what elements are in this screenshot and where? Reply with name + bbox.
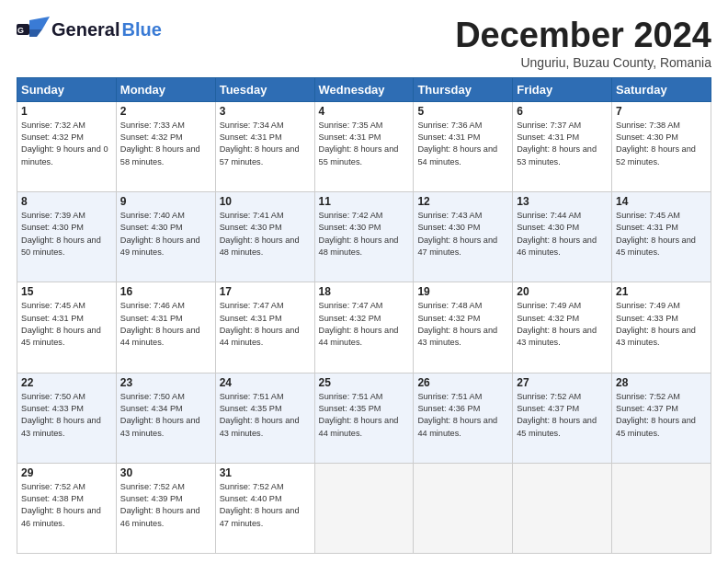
- day-number: 15: [21, 285, 112, 298]
- table-row: 21Sunrise: 7:49 AM Sunset: 4:33 PM Dayli…: [612, 282, 711, 373]
- day-number: 3: [220, 105, 311, 118]
- svg-marker-2: [29, 17, 50, 29]
- table-row: 5Sunrise: 7:36 AM Sunset: 4:31 PM Daylig…: [414, 101, 513, 191]
- table-row: 8Sunrise: 7:39 AM Sunset: 4:30 PM Daylig…: [17, 192, 117, 282]
- table-row: 20Sunrise: 7:49 AM Sunset: 4:32 PM Dayli…: [513, 282, 612, 373]
- day-number: 18: [319, 285, 410, 298]
- day-info: Sunrise: 7:33 AM Sunset: 4:32 PM Dayligh…: [120, 120, 211, 168]
- day-info: Sunrise: 7:45 AM Sunset: 4:31 PM Dayligh…: [616, 210, 707, 259]
- col-monday: Monday: [116, 77, 215, 101]
- table-row: 22Sunrise: 7:50 AM Sunset: 4:33 PM Dayli…: [17, 373, 117, 463]
- logo-icon: G: [17, 17, 50, 42]
- table-row: 26Sunrise: 7:51 AM Sunset: 4:36 PM Dayli…: [414, 373, 513, 463]
- logo-general-text: General: [51, 19, 119, 40]
- day-number: 30: [120, 466, 211, 479]
- day-number: 17: [220, 285, 311, 298]
- col-friday: Friday: [513, 77, 612, 101]
- table-row: 13Sunrise: 7:44 AM Sunset: 4:30 PM Dayli…: [513, 192, 612, 282]
- day-info: Sunrise: 7:44 AM Sunset: 4:30 PM Dayligh…: [517, 210, 608, 259]
- day-info: Sunrise: 7:47 AM Sunset: 4:32 PM Dayligh…: [319, 300, 410, 349]
- day-info: Sunrise: 7:45 AM Sunset: 4:31 PM Dayligh…: [21, 300, 112, 349]
- day-number: 23: [120, 376, 211, 389]
- calendar-week-row: 1Sunrise: 7:32 AM Sunset: 4:32 PM Daylig…: [17, 101, 711, 191]
- col-tuesday: Tuesday: [215, 77, 314, 101]
- day-info: Sunrise: 7:46 AM Sunset: 4:31 PM Dayligh…: [120, 300, 211, 349]
- day-info: Sunrise: 7:34 AM Sunset: 4:31 PM Dayligh…: [220, 120, 311, 168]
- table-row: 28Sunrise: 7:52 AM Sunset: 4:37 PM Dayli…: [612, 373, 711, 463]
- logo-blue-text: Blue: [121, 19, 161, 40]
- day-number: 5: [417, 105, 508, 118]
- svg-text:G: G: [17, 26, 24, 35]
- day-number: 24: [220, 376, 311, 389]
- calendar-week-row: 15Sunrise: 7:45 AM Sunset: 4:31 PM Dayli…: [17, 282, 711, 373]
- day-info: Sunrise: 7:43 AM Sunset: 4:30 PM Dayligh…: [417, 210, 508, 259]
- table-row: 16Sunrise: 7:46 AM Sunset: 4:31 PM Dayli…: [116, 282, 215, 373]
- logo: G GeneralBlue: [17, 17, 162, 42]
- day-number: 20: [517, 285, 608, 298]
- day-number: 22: [21, 376, 112, 389]
- table-row: [612, 463, 711, 553]
- table-row: [513, 463, 612, 553]
- table-row: 6Sunrise: 7:37 AM Sunset: 4:31 PM Daylig…: [513, 101, 612, 191]
- day-info: Sunrise: 7:40 AM Sunset: 4:30 PM Dayligh…: [120, 210, 211, 259]
- day-info: Sunrise: 7:48 AM Sunset: 4:32 PM Dayligh…: [417, 300, 508, 349]
- day-number: 1: [21, 105, 112, 118]
- col-saturday: Saturday: [612, 77, 711, 101]
- header: G GeneralBlue December 2024 Unguriu, Buz…: [17, 17, 711, 70]
- page: G GeneralBlue December 2024 Unguriu, Buz…: [0, 0, 728, 563]
- day-info: Sunrise: 7:39 AM Sunset: 4:30 PM Dayligh…: [21, 210, 112, 259]
- col-thursday: Thursday: [414, 77, 513, 101]
- day-number: 14: [616, 195, 707, 208]
- day-number: 6: [517, 105, 608, 118]
- calendar: Sunday Monday Tuesday Wednesday Thursday…: [17, 77, 711, 554]
- day-number: 16: [120, 285, 211, 298]
- location: Unguriu, Buzau County, Romania: [455, 55, 711, 70]
- day-number: 27: [517, 376, 608, 389]
- day-info: Sunrise: 7:51 AM Sunset: 4:36 PM Dayligh…: [417, 391, 508, 440]
- table-row: 18Sunrise: 7:47 AM Sunset: 4:32 PM Dayli…: [314, 282, 414, 373]
- table-row: 7Sunrise: 7:38 AM Sunset: 4:30 PM Daylig…: [612, 101, 711, 191]
- day-info: Sunrise: 7:49 AM Sunset: 4:33 PM Dayligh…: [616, 300, 707, 349]
- calendar-week-row: 22Sunrise: 7:50 AM Sunset: 4:33 PM Dayli…: [17, 373, 711, 463]
- table-row: 3Sunrise: 7:34 AM Sunset: 4:31 PM Daylig…: [215, 101, 314, 191]
- month-title: December 2024: [455, 17, 711, 55]
- day-number: 21: [616, 285, 707, 298]
- day-number: 12: [417, 195, 508, 208]
- day-info: Sunrise: 7:38 AM Sunset: 4:30 PM Dayligh…: [616, 120, 707, 168]
- table-row: 12Sunrise: 7:43 AM Sunset: 4:30 PM Dayli…: [414, 192, 513, 282]
- calendar-week-row: 29Sunrise: 7:52 AM Sunset: 4:38 PM Dayli…: [17, 463, 711, 553]
- day-info: Sunrise: 7:52 AM Sunset: 4:38 PM Dayligh…: [21, 481, 112, 530]
- day-number: 9: [120, 195, 211, 208]
- table-row: 14Sunrise: 7:45 AM Sunset: 4:31 PM Dayli…: [612, 192, 711, 282]
- calendar-header-row: Sunday Monday Tuesday Wednesday Thursday…: [17, 77, 711, 101]
- day-info: Sunrise: 7:49 AM Sunset: 4:32 PM Dayligh…: [517, 300, 608, 349]
- day-number: 26: [417, 376, 508, 389]
- day-info: Sunrise: 7:42 AM Sunset: 4:30 PM Dayligh…: [319, 210, 410, 259]
- day-info: Sunrise: 7:52 AM Sunset: 4:39 PM Dayligh…: [120, 481, 211, 530]
- day-number: 8: [21, 195, 112, 208]
- day-number: 19: [417, 285, 508, 298]
- table-row: 25Sunrise: 7:51 AM Sunset: 4:35 PM Dayli…: [314, 373, 414, 463]
- table-row: 2Sunrise: 7:33 AM Sunset: 4:32 PM Daylig…: [116, 101, 215, 191]
- title-area: December 2024 Unguriu, Buzau County, Rom…: [455, 17, 711, 70]
- table-row: 17Sunrise: 7:47 AM Sunset: 4:31 PM Dayli…: [215, 282, 314, 373]
- day-number: 25: [319, 376, 410, 389]
- day-info: Sunrise: 7:52 AM Sunset: 4:40 PM Dayligh…: [220, 481, 311, 530]
- table-row: 24Sunrise: 7:51 AM Sunset: 4:35 PM Dayli…: [215, 373, 314, 463]
- day-info: Sunrise: 7:41 AM Sunset: 4:30 PM Dayligh…: [220, 210, 311, 259]
- table-row: 11Sunrise: 7:42 AM Sunset: 4:30 PM Dayli…: [314, 192, 414, 282]
- table-row: 30Sunrise: 7:52 AM Sunset: 4:39 PM Dayli…: [116, 463, 215, 553]
- day-info: Sunrise: 7:32 AM Sunset: 4:32 PM Dayligh…: [21, 120, 112, 168]
- table-row: 15Sunrise: 7:45 AM Sunset: 4:31 PM Dayli…: [17, 282, 117, 373]
- day-number: 7: [616, 105, 707, 118]
- col-wednesday: Wednesday: [314, 77, 414, 101]
- day-info: Sunrise: 7:52 AM Sunset: 4:37 PM Dayligh…: [616, 391, 707, 440]
- table-row: 27Sunrise: 7:52 AM Sunset: 4:37 PM Dayli…: [513, 373, 612, 463]
- day-number: 10: [220, 195, 311, 208]
- day-info: Sunrise: 7:50 AM Sunset: 4:33 PM Dayligh…: [21, 391, 112, 440]
- table-row: 1Sunrise: 7:32 AM Sunset: 4:32 PM Daylig…: [17, 101, 117, 191]
- table-row: 10Sunrise: 7:41 AM Sunset: 4:30 PM Dayli…: [215, 192, 314, 282]
- table-row: [414, 463, 513, 553]
- day-number: 28: [616, 376, 707, 389]
- day-info: Sunrise: 7:50 AM Sunset: 4:34 PM Dayligh…: [120, 391, 211, 440]
